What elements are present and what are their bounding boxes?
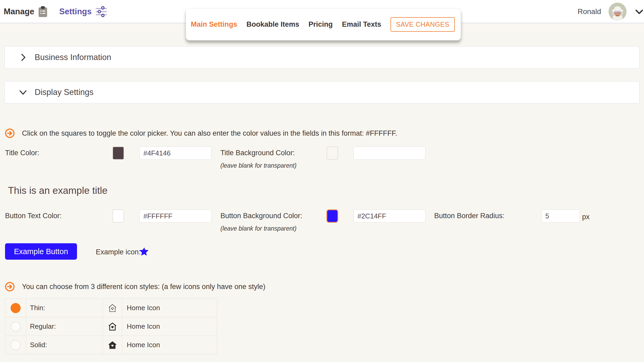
- accordion-label: Business Information: [35, 53, 111, 62]
- table-cell-label: Solid:: [26, 336, 103, 354]
- tab-main-settings[interactable]: Main Settings: [191, 20, 237, 29]
- icon-name: Home Icon: [122, 341, 160, 349]
- button-bg-color-input[interactable]: [353, 209, 425, 223]
- button-bg-transparent-hint: (leave blank for transparent): [220, 225, 297, 232]
- icon-name: Home Icon: [122, 322, 160, 331]
- title-color-swatch[interactable]: [112, 146, 124, 160]
- table-cell-radio: [5, 336, 26, 354]
- title-color-input[interactable]: [139, 146, 211, 160]
- home-heart-solid-icon: [108, 340, 117, 350]
- settings-tab-bar: Main Settings Bookable Items Pricing Ema…: [186, 8, 461, 40]
- home-heart-thin-icon: [108, 303, 117, 313]
- style-label: Solid:: [26, 341, 47, 349]
- clipboard-icon: [38, 6, 48, 17]
- icon-styles-note: You can choose from 3 different icon sty…: [4, 281, 265, 292]
- table-cell-icon: [103, 336, 122, 354]
- title-bg-color-swatch[interactable]: [326, 146, 338, 160]
- title-bg-color-label: Title Background Color:: [220, 149, 295, 157]
- table-cell-label: Thin:: [26, 299, 103, 317]
- title-bg-color-input[interactable]: [353, 146, 425, 160]
- button-bg-color-label: Button Background Color:: [220, 212, 302, 220]
- note-text: You can choose from 3 different icon sty…: [22, 283, 265, 291]
- title-color-label: Title Color:: [5, 149, 39, 157]
- tab-email-texts[interactable]: Email Texts: [342, 20, 381, 29]
- radio-thin[interactable]: [11, 303, 21, 313]
- example-button-preview[interactable]: Example Button: [5, 243, 77, 260]
- button-text-color-label: Button Text Color:: [5, 212, 62, 220]
- title-bg-transparent-hint: (leave blank for transparent): [220, 162, 297, 169]
- user-menu[interactable]: Ronald: [578, 0, 644, 23]
- home-heart-regular-icon: [108, 322, 117, 331]
- button-border-radius-label: Button Border Radius:: [434, 212, 505, 220]
- tab-bookable-items[interactable]: Bookable Items: [247, 20, 300, 29]
- style-label: Thin:: [26, 304, 45, 312]
- table-cell-icon: [103, 299, 122, 317]
- table-cell-name: Home Icon: [122, 299, 217, 317]
- button-bg-color-swatch[interactable]: [326, 209, 338, 223]
- sliders-icon: [95, 6, 107, 18]
- button-border-radius-input[interactable]: [541, 209, 580, 223]
- table-cell-radio: [5, 299, 26, 317]
- button-text-color-swatch[interactable]: [112, 209, 124, 223]
- save-changes-button[interactable]: SAVE CHANGES: [391, 17, 455, 32]
- avatar: [609, 3, 627, 21]
- manage-label: Manage: [4, 7, 34, 16]
- note-text: Click on the squares to toggle the color…: [22, 129, 397, 138]
- nav-settings[interactable]: Settings: [59, 0, 107, 23]
- chevron-down-icon: [19, 88, 28, 97]
- chevron-right-icon: [19, 53, 28, 62]
- style-label: Regular:: [26, 322, 56, 331]
- user-name: Ronald: [578, 7, 601, 16]
- nav-manage[interactable]: Manage: [4, 0, 48, 23]
- accordion-label: Display Settings: [35, 88, 93, 97]
- arrow-circle-right-icon: [4, 128, 15, 139]
- example-title-preview: This is an example title: [8, 185, 107, 196]
- tab-pricing[interactable]: Pricing: [309, 20, 333, 29]
- color-picker-note: Click on the squares to toggle the color…: [4, 128, 397, 139]
- table-cell-radio: [5, 317, 26, 336]
- chevron-down-icon[interactable]: [634, 6, 644, 17]
- accordion-business-information[interactable]: Business Information: [4, 46, 640, 68]
- table-cell-name: Home Icon: [122, 336, 217, 354]
- arrow-circle-right-icon: [4, 281, 15, 292]
- table-cell-name: Home Icon: [122, 317, 217, 336]
- star-icon: [139, 246, 149, 256]
- button-text-color-input[interactable]: [139, 209, 211, 223]
- example-icon-label: Example icon:: [96, 248, 141, 256]
- icon-style-table: Thin: Home Icon Regular: Home Icon: [5, 299, 217, 354]
- radio-regular[interactable]: [11, 322, 21, 332]
- icon-name: Home Icon: [122, 304, 160, 312]
- button-border-radius-unit: px: [582, 213, 590, 221]
- table-cell-icon: [103, 317, 122, 336]
- radio-solid[interactable]: [11, 340, 21, 350]
- table-cell-label: Regular:: [26, 317, 103, 336]
- accordion-display-settings[interactable]: Display Settings: [4, 81, 640, 103]
- settings-label: Settings: [59, 7, 92, 16]
